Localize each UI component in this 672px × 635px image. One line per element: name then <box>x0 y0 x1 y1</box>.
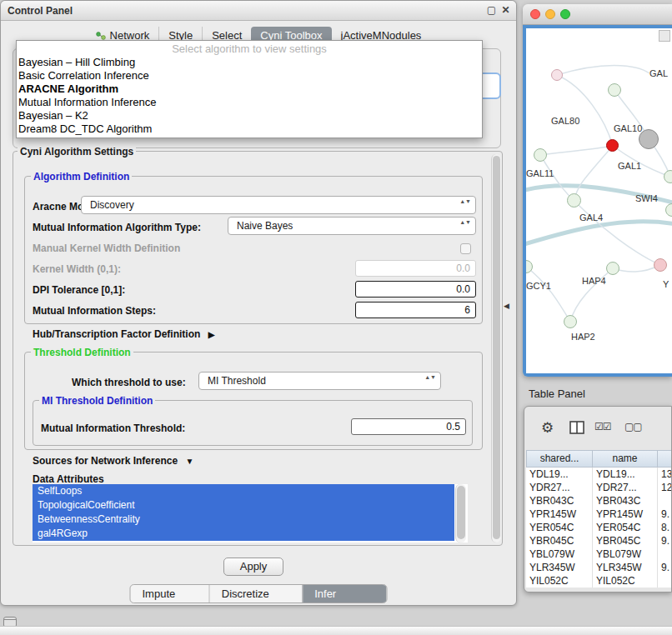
table-row[interactable]: YPR145W YPR145W 9. <box>526 508 672 521</box>
table-cell: 13 <box>658 468 672 481</box>
dropdown-item[interactable]: Bayesian – K2 <box>17 109 482 122</box>
table-header-cell[interactable]: name <box>593 450 658 468</box>
network-node-hap4[interactable] <box>606 262 619 275</box>
network-node-gal4[interactable] <box>567 193 581 208</box>
cyni-settings-legend: Cyni Algorithm Settings <box>18 146 136 158</box>
table-row[interactable]: YBL079W YBL079W <box>526 548 672 561</box>
window-title: Control Panel <box>8 5 73 17</box>
apply-button[interactable]: Apply <box>223 558 283 576</box>
combo-arrows-icon: ▲▼ <box>459 219 471 226</box>
table-cell: YBR043C <box>593 494 658 508</box>
combo-arrows-icon: ▲▼ <box>424 374 436 381</box>
algorithm-dropdown-popup: Select algorithm to view settings Bayesi… <box>16 40 483 138</box>
mi-type-value: Naive Bayes <box>237 220 293 232</box>
dpi-tolerance-field[interactable] <box>355 281 476 298</box>
table-panel-title: Table Panel <box>529 388 585 400</box>
table-cell: YBR045C <box>526 534 593 548</box>
mi-threshold-field[interactable] <box>351 418 466 435</box>
close-icon[interactable]: ✕ <box>499 4 512 17</box>
table-cell: YBL079W <box>526 548 593 561</box>
hub-definition-label: Hub/Transcription Factor Definition <box>33 328 200 340</box>
table-cell <box>658 494 672 508</box>
dropdown-item[interactable]: Basic Correlation Inference <box>17 69 482 82</box>
dropdown-item[interactable]: Dream8 DC_TDC Algorithm <box>17 122 482 136</box>
table-row[interactable]: YBR045C YBR045C 9. <box>526 534 672 548</box>
attribute-item-selected[interactable]: TopologicalCoefficient <box>33 498 454 512</box>
select-all-icon[interactable]: ☑☑ <box>594 421 611 432</box>
restore-icon[interactable]: ▢ <box>485 4 498 17</box>
kernel-width-field[interactable] <box>355 260 476 277</box>
table-panel-window: ⚙ ☑☑ ▢▢ shared... name YDL19... YDL19...… <box>524 406 672 592</box>
network-node[interactable] <box>654 258 667 272</box>
table-cell: YER054C <box>593 521 658 534</box>
expand-right-icon: ▶ <box>208 330 215 339</box>
network-canvas[interactable]: GAL GAL80 GAL10 GAL1 GAL11 SWI4 GAL4 GCY… <box>526 28 672 373</box>
aracne-mode-select[interactable]: Discovery ▲▼ <box>81 196 476 214</box>
table-header-cell[interactable]: shared... <box>526 450 593 468</box>
dropdown-placeholder: Select algorithm to view settings <box>17 42 482 56</box>
dropdown-item[interactable]: Mutual Information Inference <box>17 96 482 109</box>
close-button[interactable] <box>530 9 540 19</box>
table-cell: 9. <box>658 508 672 521</box>
table-cell: YDR27... <box>593 481 658 494</box>
zoom-button[interactable] <box>560 9 570 19</box>
panel-collapse-icon[interactable]: ◀ <box>504 302 509 310</box>
network-node-gal10-highlighted[interactable] <box>606 139 619 152</box>
gear-icon[interactable]: ⚙ <box>541 419 554 437</box>
network-node-gal11[interactable] <box>534 148 547 162</box>
which-threshold-label: Which threshold to use: <box>72 377 186 388</box>
table-cell: YBR043C <box>526 494 593 508</box>
table-cell: YIL052C <box>526 574 593 588</box>
node-label: GAL4 <box>579 212 603 222</box>
columns-icon[interactable] <box>569 421 584 434</box>
manual-kernel-checkbox[interactable] <box>460 243 471 254</box>
table-row[interactable]: YDR27... YDR27... 12 <box>526 481 672 494</box>
control-panel-window: Control Panel ▢ ✕ Network Style Select C… <box>0 0 517 606</box>
mi-steps-field[interactable] <box>355 302 476 318</box>
attribute-item-selected[interactable]: gal4RGexp <box>33 527 454 541</box>
mi-threshold-legend: MI Threshold Definition <box>39 395 155 407</box>
node-label: HAP4 <box>582 276 606 286</box>
attribute-item-selected[interactable]: BetweennessCentrality <box>33 512 454 527</box>
tab-infer-network[interactable]: Infer Network <box>302 585 386 602</box>
table-cell: YLR345W <box>593 561 658 574</box>
attribute-item-selected[interactable]: SelfLoops <box>33 484 454 498</box>
table-row[interactable]: YER054C YER054C 8. <box>526 521 672 534</box>
table-cell: YIL052C <box>593 574 658 588</box>
table-row[interactable]: YLR345W YLR345W 9. <box>526 561 672 574</box>
manual-kernel-label: Manual Kernel Width Definition <box>33 242 180 254</box>
which-threshold-select[interactable]: MI Threshold ▲▼ <box>198 372 441 390</box>
table-header-cell[interactable] <box>658 450 672 468</box>
table-row[interactable]: YBR043C YBR043C <box>526 494 672 508</box>
network-node[interactable] <box>664 170 672 183</box>
table-cell: 9. <box>658 534 672 548</box>
dropdown-item[interactable]: Bayesian – Hill Climbing <box>17 56 482 69</box>
algorithm-definition-legend: Algorithm Definition <box>31 171 132 182</box>
combo-arrows-icon: ▲▼ <box>459 198 471 205</box>
hub-definition-toggle[interactable]: Hub/Transcription Factor Definition ▶ <box>33 328 214 340</box>
attribute-list-scrollbar-thumb[interactable] <box>457 486 465 539</box>
tab-impute-data[interactable]: Impute Data <box>131 585 209 602</box>
aracne-mode-value: Discovery <box>90 199 134 211</box>
node-label: GAL <box>649 68 668 78</box>
sources-toggle[interactable]: Sources for Network Inference ▼ <box>33 455 193 467</box>
node-table: shared... name YDL19... YDL19... 13 YDR2… <box>526 450 672 588</box>
dropdown-item-selected[interactable]: ARACNE Algorithm <box>17 82 482 96</box>
dpi-tolerance-label: DPI Tolerance [0,1]: <box>33 284 125 296</box>
network-node-hap2[interactable] <box>564 315 577 328</box>
minimize-button[interactable] <box>545 9 555 19</box>
network-node[interactable] <box>551 69 563 81</box>
settings-scrollbar-thumb[interactable] <box>493 156 500 539</box>
settings-scrollbar[interactable] <box>491 154 501 542</box>
tab-discretize-data[interactable]: Discretize Data <box>209 585 302 602</box>
attribute-list-scrollbar[interactable] <box>455 484 466 542</box>
mi-type-select[interactable]: Naive Bayes ▲▼ <box>228 217 476 235</box>
network-node[interactable] <box>608 83 621 97</box>
table-row[interactable]: YIL052C YIL052C <box>526 574 672 588</box>
which-threshold-value: MI Threshold <box>208 375 266 387</box>
canvas-corner-box[interactable] <box>659 30 670 42</box>
deselect-all-icon[interactable]: ▢▢ <box>624 421 642 432</box>
bottom-strip <box>0 626 672 635</box>
table-row[interactable]: YDL19... YDL19... 13 <box>526 468 672 481</box>
node-label: GCY1 <box>526 281 551 291</box>
